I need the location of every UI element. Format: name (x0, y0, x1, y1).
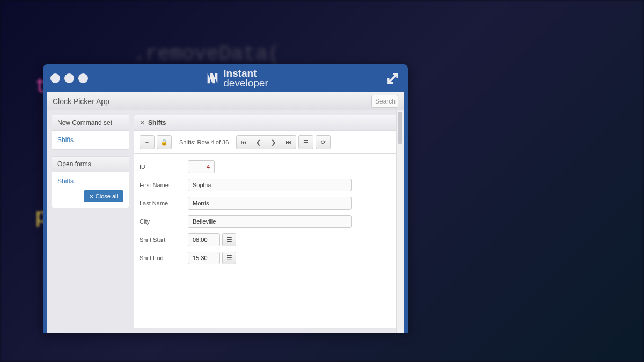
app-title: Clock Picker App (53, 97, 109, 106)
sidebar-item-shifts[interactable]: Shifts (57, 136, 123, 144)
app-body: Clock Picker App Search New Command set … (47, 92, 404, 333)
nav-prev-button[interactable]: ❮ (251, 135, 266, 149)
nav-group: ⏮ ❮ ❯ ⏭ (236, 135, 296, 149)
lock-icon: 🔒 (160, 139, 168, 146)
command-set-panel: New Command set Shifts (52, 115, 129, 150)
input-id[interactable] (188, 160, 215, 173)
last-icon: ⏭ (286, 139, 291, 145)
chevron-left-icon: ❮ (256, 139, 261, 146)
traffic-lights (50, 73, 88, 83)
toolbar-lock-button[interactable]: 🔒 (157, 135, 172, 149)
close-all-button[interactable]: Close all (84, 190, 123, 202)
shift-end-picker-button[interactable]: ☰ (222, 252, 236, 264)
main-panel: Shifts − 🔒 Shifts: Row 4 of 36 ⏮ ❮ ❯ ⏭ ☰ (134, 115, 399, 328)
traffic-light-zoom[interactable] (78, 73, 88, 83)
input-shift-end[interactable] (188, 252, 220, 264)
shift-start-picker-button[interactable]: ☰ (222, 233, 236, 246)
label-city: City (140, 218, 188, 225)
brand-logo: instant developer (88, 69, 385, 88)
menu-icon: ☰ (226, 254, 232, 262)
first-icon: ⏮ (241, 139, 247, 145)
traffic-light-close[interactable] (50, 73, 60, 83)
toolbar-minus-button[interactable]: − (140, 135, 155, 149)
nav-last-button[interactable]: ⏭ (281, 135, 296, 149)
chevron-right-icon: ❯ (271, 139, 276, 146)
expand-button[interactable] (385, 71, 400, 86)
input-last-name[interactable] (188, 197, 352, 210)
toolbar-list-button[interactable]: ☰ (298, 135, 313, 149)
list-icon: ☰ (303, 139, 309, 146)
input-first-name[interactable] (188, 179, 352, 191)
toolbar: − 🔒 Shifts: Row 4 of 36 ⏮ ❮ ❯ ⏭ ☰ ⟳ (134, 131, 399, 154)
label-last-name: Last Name (140, 200, 188, 206)
open-forms-header: Open forms (52, 157, 129, 172)
label-id: ID (140, 164, 188, 170)
brand-line2: developer (223, 78, 268, 88)
input-shift-start[interactable] (188, 233, 220, 246)
label-shift-start: Shift Start (140, 237, 188, 243)
search-input[interactable]: Search (371, 95, 398, 108)
open-forms-panel: Open forms Shifts Close all (52, 156, 129, 208)
toolbar-refresh-button[interactable]: ⟳ (316, 135, 331, 149)
main-title: Shifts (148, 119, 166, 127)
brand-icon (205, 71, 220, 86)
command-set-header: New Command set (52, 115, 129, 131)
search-placeholder: Search (375, 98, 396, 105)
expand-icon (385, 71, 400, 86)
open-form-shifts[interactable]: Shifts (57, 178, 123, 185)
form-area: ID First Name Last Name City (134, 154, 399, 328)
main-header: Shifts (134, 115, 399, 131)
app-header: Clock Picker App Search (47, 92, 404, 110)
input-city[interactable] (188, 215, 352, 228)
refresh-icon: ⟳ (321, 139, 326, 146)
label-first-name: First Name (140, 182, 188, 188)
label-shift-end: Shift End (140, 255, 188, 261)
nav-first-button[interactable]: ⏮ (236, 135, 251, 149)
sidebar: New Command set Shifts Open forms Shifts… (52, 115, 129, 328)
vertical-scrollbar[interactable] (396, 110, 404, 333)
traffic-light-minimize[interactable] (64, 73, 74, 83)
row-info: Shifts: Row 4 of 36 (174, 135, 234, 149)
nav-next-button[interactable]: ❯ (266, 135, 281, 149)
app-window: instant developer Clock Picker App Searc… (43, 64, 408, 333)
titlebar: instant developer (43, 64, 408, 92)
menu-icon: ☰ (226, 236, 232, 243)
content-area: New Command set Shifts Open forms Shifts… (47, 110, 404, 333)
